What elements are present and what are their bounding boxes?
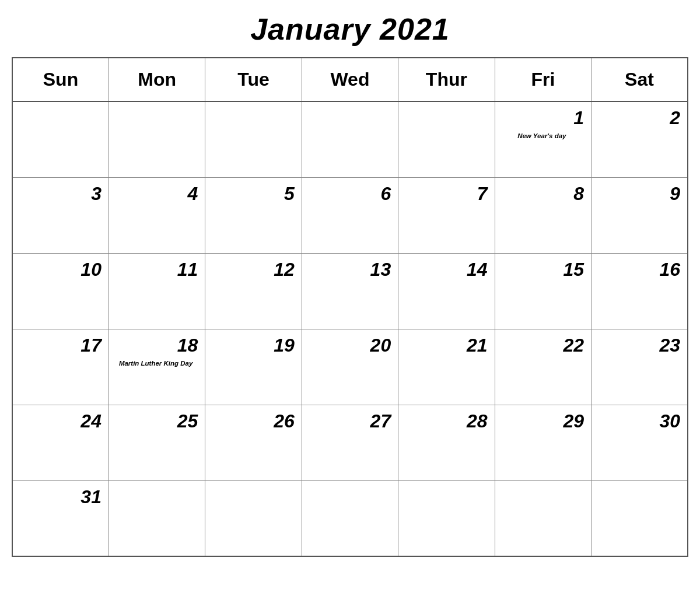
calendar-day-2: 2	[592, 101, 688, 177]
day-number: 27	[307, 411, 391, 431]
calendar-day-4: 4	[108, 177, 205, 253]
day-number: 31	[18, 487, 102, 507]
calendar-day-18: 18Martin Luther King Day	[108, 329, 205, 405]
calendar-empty-cell	[12, 101, 108, 177]
day-number: 2	[596, 108, 680, 128]
weekday-header-sat: Sat	[592, 58, 688, 101]
day-number: 1	[500, 108, 584, 128]
calendar-week-row: 3456789	[12, 177, 688, 253]
calendar-day-27: 27	[302, 405, 398, 480]
day-event: New Year's day	[500, 132, 584, 141]
calendar-day-17: 17	[12, 329, 108, 405]
weekday-header-wed: Wed	[302, 58, 398, 101]
calendar-empty-cell	[205, 480, 302, 556]
calendar-week-row: 31	[12, 480, 688, 556]
calendar-day-10: 10	[12, 253, 108, 329]
weekday-header-mon: Mon	[108, 58, 205, 101]
calendar-day-1: 1New Year's day	[495, 101, 591, 177]
calendar-table: SunMonTueWedThurFriSat 1New Year's day23…	[12, 57, 688, 557]
calendar-day-24: 24	[12, 405, 108, 480]
calendar-week-row: 1New Year's day2	[12, 101, 688, 177]
calendar-day-23: 23	[592, 329, 688, 405]
weekday-header-fri: Fri	[495, 58, 591, 101]
calendar-day-19: 19	[205, 329, 302, 405]
day-number: 23	[596, 335, 680, 356]
calendar-empty-cell	[592, 480, 688, 556]
day-event: Martin Luther King Day	[114, 359, 198, 368]
calendar-day-12: 12	[205, 253, 302, 329]
day-number: 20	[307, 335, 391, 356]
day-number: 15	[500, 259, 584, 280]
calendar-week-row: 10111213141516	[12, 253, 688, 329]
calendar-empty-cell	[398, 480, 495, 556]
calendar-day-20: 20	[302, 329, 398, 405]
calendar-empty-cell	[398, 101, 495, 177]
calendar-empty-cell	[302, 480, 398, 556]
weekday-header-tue: Tue	[205, 58, 302, 101]
day-number: 28	[403, 411, 487, 431]
calendar-day-26: 26	[205, 405, 302, 480]
day-number: 25	[114, 411, 198, 431]
day-number: 9	[596, 184, 680, 204]
calendar-day-3: 3	[12, 177, 108, 253]
day-number: 16	[596, 259, 680, 280]
day-number: 19	[210, 335, 294, 356]
day-number: 7	[403, 184, 487, 204]
day-number: 18	[114, 335, 198, 356]
day-number: 12	[210, 259, 294, 280]
calendar-title: January 2021	[250, 12, 450, 47]
calendar-week-row: 24252627282930	[12, 405, 688, 480]
day-number: 11	[114, 259, 198, 280]
calendar-day-21: 21	[398, 329, 495, 405]
calendar-day-25: 25	[108, 405, 205, 480]
day-number: 26	[210, 411, 294, 431]
day-number: 13	[307, 259, 391, 280]
calendar-day-22: 22	[495, 329, 591, 405]
day-number: 22	[500, 335, 584, 356]
calendar-day-28: 28	[398, 405, 495, 480]
calendar-day-13: 13	[302, 253, 398, 329]
calendar-day-29: 29	[495, 405, 591, 480]
calendar-empty-cell	[108, 480, 205, 556]
day-number: 4	[114, 184, 198, 204]
calendar-day-7: 7	[398, 177, 495, 253]
calendar-day-30: 30	[592, 405, 688, 480]
weekday-header-row: SunMonTueWedThurFriSat	[12, 58, 688, 101]
day-number: 10	[18, 259, 102, 280]
day-number: 17	[18, 335, 102, 356]
day-number: 21	[403, 335, 487, 356]
calendar-day-8: 8	[495, 177, 591, 253]
calendar-empty-cell	[302, 101, 398, 177]
day-number: 3	[18, 184, 102, 204]
day-number: 29	[500, 411, 584, 431]
calendar-day-14: 14	[398, 253, 495, 329]
day-number: 5	[210, 184, 294, 204]
weekday-header-thur: Thur	[398, 58, 495, 101]
calendar-day-6: 6	[302, 177, 398, 253]
day-number: 8	[500, 184, 584, 204]
day-number: 24	[18, 411, 102, 431]
calendar-empty-cell	[108, 101, 205, 177]
weekday-header-sun: Sun	[12, 58, 108, 101]
calendar-empty-cell	[205, 101, 302, 177]
calendar-week-row: 1718Martin Luther King Day1920212223	[12, 329, 688, 405]
calendar-day-11: 11	[108, 253, 205, 329]
calendar-day-31: 31	[12, 480, 108, 556]
calendar-day-15: 15	[495, 253, 591, 329]
calendar-day-5: 5	[205, 177, 302, 253]
day-number: 6	[307, 184, 391, 204]
day-number: 30	[596, 411, 680, 431]
calendar-day-9: 9	[592, 177, 688, 253]
calendar-day-16: 16	[592, 253, 688, 329]
calendar-empty-cell	[495, 480, 591, 556]
day-number: 14	[403, 259, 487, 280]
